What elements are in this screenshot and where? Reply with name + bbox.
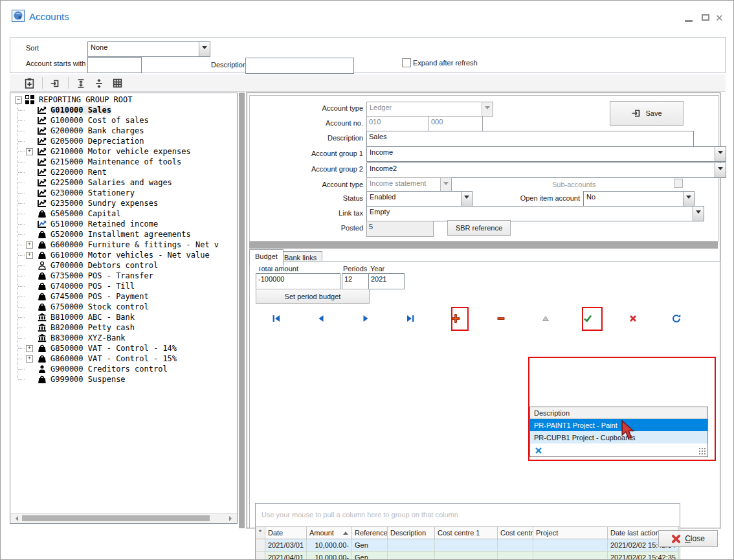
account-no-input-1[interactable]: 010 [366,116,430,132]
tree-item[interactable]: +G210000 Motor vehicle expenses [10,146,237,157]
column-header[interactable]: Project [533,527,608,539]
tree-item[interactable]: +G860000 VAT - Control - 15% [10,353,237,364]
tree-item[interactable]: G520000 Installment agreements [10,229,237,240]
total-amount-input[interactable]: -100000 [256,273,340,289]
grid-cell[interactable] [388,539,435,552]
tree-expander-icon[interactable]: + [26,355,33,363]
set-period-budget-button[interactable]: Set period budget [256,289,370,304]
tree-item[interactable]: G200000 Bank charges [10,126,237,136]
scroll-right-icon[interactable] [229,516,234,521]
chevron-down-icon[interactable] [715,147,726,161]
tree-item[interactable]: G225000 Salaries and wages [10,177,237,188]
row-height-icon[interactable] [73,76,89,91]
tab-budget[interactable]: Budget [249,249,284,267]
grid-cell[interactable]: 10,000.00- [307,552,352,560]
tree-item[interactable]: B820000 Petty cash [10,322,237,333]
tree-item[interactable]: G740000 POS - Till [10,281,237,291]
tree-item[interactable]: +G600000 Furniture & fittings - Net v [10,240,237,250]
close-window-icon[interactable]: ✕ [715,12,724,24]
tree-item[interactable]: G999000 Suspense [10,374,237,385]
tree-item[interactable]: G100000 Cost of sales [10,115,237,126]
account-no-input-2[interactable]: 000 [428,116,483,132]
grid-cell[interactable] [435,552,498,560]
grid-cell[interactable] [533,539,608,552]
expand-after-refresh-checkbox[interactable] [402,58,411,67]
grid-cell[interactable]: Gen [352,539,388,552]
grid-cell[interactable] [533,552,608,560]
nav-next-icon[interactable] [361,313,372,325]
open-item-select[interactable]: No [583,191,695,207]
tree-item[interactable]: G745000 POS - Payment [10,291,237,302]
close-button[interactable]: Close [658,530,718,547]
tree-item[interactable]: G010000 Sales [10,105,237,115]
tree-item[interactable]: G220000 Rent [10,167,237,177]
tree-expander-icon[interactable]: + [26,148,33,155]
tree-item[interactable]: +G610000 Motor vehicles - Net value [10,250,237,260]
account-group1-select[interactable]: Income [366,146,726,162]
grid-cell[interactable] [435,539,498,552]
tree-item[interactable]: G215000 Maintenance of tools [10,157,237,167]
tree-item[interactable]: G205000 Depreciation [10,136,237,146]
maximize-icon[interactable] [702,14,709,21]
detail-splitter[interactable] [249,241,718,249]
tree-item[interactable]: G505000 Capital [10,208,237,219]
grid-cell[interactable]: 2021/04/01 [265,552,307,560]
column-header[interactable]: Amount [307,527,352,539]
minimize-icon[interactable] [685,20,693,22]
chevron-down-icon[interactable] [683,192,694,206]
tree-item[interactable]: G230000 Stationery [10,188,237,198]
tree-item[interactable]: G900000 Creditors control [10,364,237,374]
clipboard-add-icon[interactable] [21,76,37,91]
periods-input[interactable]: 12 [342,273,372,289]
nav-refresh-icon[interactable] [671,313,683,325]
tree-item[interactable]: G735000 POS - Transfer [10,271,237,281]
scrollbar-thumb[interactable] [22,515,210,521]
link-tax-select[interactable]: Empty [366,206,704,221]
grid-cell[interactable]: 2021/03/01 [265,539,307,552]
status-select[interactable]: Enabled [366,191,473,207]
tree-item[interactable]: +G850000 VAT - Control - 14% [10,343,237,353]
sbr-reference-button[interactable]: SBR reference [447,220,511,236]
nav-delete-icon[interactable] [496,313,507,325]
table-row[interactable]: 2021/03/0110,000.00-Gen2021/02/02 15:42:… [256,539,679,552]
column-header[interactable]: Date [265,527,307,539]
tree-item[interactable]: −REPORTING GROUP ROOT [10,95,237,105]
tree-item[interactable]: G700000 Debtors control [10,260,237,271]
tree-item[interactable]: B830000 XYZ-Bank [10,333,237,343]
grid-cell[interactable]: 10,000.00- [307,539,352,552]
chevron-down-icon[interactable] [693,207,704,221]
tree-item[interactable]: B810000 ABC - Bank [10,312,237,322]
column-header[interactable]: Description [388,527,435,539]
nav-cancel-icon[interactable] [628,313,639,325]
nav-last-icon[interactable] [405,313,417,325]
column-header[interactable]: Reference [352,527,388,539]
scroll-left-icon[interactable] [13,516,18,521]
nav-edit-icon[interactable] [540,313,552,325]
table-row[interactable]: 2021/04/0110,000.00-Gen2021/02/02 15:42:… [256,552,679,560]
grid-view-icon[interactable] [109,76,125,91]
chevron-down-icon[interactable] [715,163,726,177]
grid-cell[interactable]: 2021/02/02 15:42:35 [608,552,679,560]
description-filter-input[interactable] [245,58,354,74]
tree-expander-icon[interactable]: + [26,345,33,352]
transfer-icon[interactable] [47,76,63,91]
sort-select[interactable]: None [87,41,210,57]
grid-cell[interactable] [498,539,533,552]
year-input[interactable]: 2021 [368,273,405,289]
nav-first-icon[interactable] [271,313,283,325]
grid-cell[interactable] [498,552,533,560]
save-button[interactable]: Save [610,101,684,126]
collapse-rows-icon[interactable] [91,76,107,91]
grid-cell[interactable] [388,552,435,560]
nav-prior-icon[interactable] [316,313,328,325]
description-input[interactable]: Sales [366,131,694,147]
chevron-down-icon[interactable] [461,192,472,206]
chevron-down-icon[interactable] [199,42,210,56]
tree-expander-icon[interactable]: − [15,96,22,104]
grid-cell[interactable]: Gen [352,552,388,560]
tree-item[interactable]: G510000 Retained income [10,219,237,229]
tree-expander-icon[interactable]: + [26,252,33,259]
account-group2-select[interactable]: Income2 [366,162,726,178]
account-starts-input[interactable] [87,57,142,73]
column-header[interactable]: Cost centre 1 [435,527,498,539]
